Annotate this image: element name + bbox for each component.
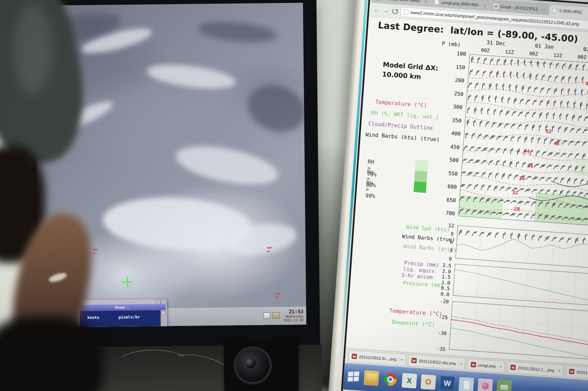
column-header-pixels: pixels/hr xyxy=(118,315,140,320)
download-item[interactable]: 2015123012.1....png ▾ xyxy=(507,361,564,377)
pressure-tick: 450 xyxy=(440,143,460,150)
contour-label: 52 xyxy=(545,128,552,134)
tab-title: Gmail - 2015123012 xyxy=(500,4,541,12)
wind-tick: 0 xyxy=(433,255,452,262)
image-noise xyxy=(35,3,306,327)
download-filename: 2015123012.1....png xyxy=(518,366,554,372)
back-button[interactable]: ← xyxy=(373,6,380,13)
pressure-axis-label: P (mb) xyxy=(442,40,461,48)
printer-icon[interactable] xyxy=(263,312,270,319)
contour-label: 28 xyxy=(514,206,520,212)
file-explorer-icon[interactable] xyxy=(364,370,379,386)
dialog-scrollbar[interactable] xyxy=(160,310,166,326)
download-file-icon xyxy=(511,365,516,370)
upper-panel-plot: 445252484440363228 xyxy=(458,54,588,226)
download-file-icon xyxy=(471,362,476,367)
contour-label: 48 xyxy=(553,140,560,146)
dialog-frame-top: □ × xyxy=(79,299,167,305)
contour-label: 44 xyxy=(585,81,588,87)
rh-legend-swatch xyxy=(413,181,426,193)
forward-button[interactable]: → xyxy=(382,7,389,14)
temperature-panel-plot xyxy=(449,301,588,360)
model-grid-label: Model Grid ΔX: xyxy=(383,61,438,72)
notes-icon[interactable] xyxy=(273,312,279,319)
clock-time: 21:53 xyxy=(284,309,303,315)
download-file-icon xyxy=(411,358,417,363)
chrome-icon[interactable] xyxy=(383,372,398,387)
right-monitor: Antarctic WRF Mesc × unngl.png (900×900 … xyxy=(326,0,588,391)
photos-icon[interactable] xyxy=(496,380,512,391)
station-marker: + xyxy=(93,249,98,255)
date-label: 01 Jan xyxy=(535,43,554,50)
chevron-down-icon[interactable]: ▾ xyxy=(497,365,502,369)
tab-title: 0 (900×900) xyxy=(559,8,588,16)
temp-tick: -25 xyxy=(429,313,448,320)
tab-close-icon[interactable]: × xyxy=(484,3,486,8)
page-icon xyxy=(404,9,408,15)
temp-tick: -20 xyxy=(430,298,449,304)
meteogram-page: Last Degree: lat/lon = (-89.00, -45.00) … xyxy=(346,17,588,365)
chevron-down-icon[interactable]: ▾ xyxy=(398,358,403,362)
pressure-tick: 300 xyxy=(443,103,462,110)
wind-tick: 6 xyxy=(434,238,453,245)
precip-panel-plot xyxy=(453,264,588,306)
download-file-icon xyxy=(569,369,575,374)
clock: 21:53 Wednesday 2015-12-30 xyxy=(284,309,304,322)
download-item[interactable]: 2015123012.vbc.png ▾ xyxy=(408,354,466,370)
rh-legend-row: RH > 70% xyxy=(367,156,368,167)
close-icon[interactable]: × xyxy=(161,299,166,304)
hour-label: 12Z xyxy=(505,49,514,55)
legend-rh: RH (%, WRT liq. wat.) xyxy=(371,110,439,121)
chevron-down-icon[interactable]: ▾ xyxy=(458,362,462,366)
pressure-tick: 550 xyxy=(438,169,458,177)
download-item[interactable]: unngl.png ▾ xyxy=(467,358,505,373)
reload-button[interactable] xyxy=(392,8,398,14)
station-marker: + xyxy=(267,247,272,254)
pressure-tick: 350 xyxy=(442,116,462,124)
tab-close-icon[interactable]: × xyxy=(543,7,545,12)
crosshair-marker xyxy=(122,276,132,287)
excel-icon[interactable]: X xyxy=(402,373,417,389)
browser-window: Antarctic WRF Mesc × unngl.png (900×900 … xyxy=(341,0,588,391)
contour-label: 44 xyxy=(524,148,530,154)
chevron-down-icon[interactable]: ▾ xyxy=(556,369,560,372)
tab-favicon xyxy=(552,8,558,13)
paint-icon[interactable] xyxy=(477,378,493,391)
tab-favicon xyxy=(434,0,439,4)
temp-tick: -30 xyxy=(428,329,447,336)
pressure-tick: 150 xyxy=(445,63,465,71)
download-filename: unngl.png xyxy=(478,363,496,368)
maximize-icon[interactable]: □ xyxy=(156,299,160,304)
pressure-tick: 500 xyxy=(439,156,459,164)
model-grid-value: 10.000 km xyxy=(382,70,421,81)
rh-legend-label: RH > 90% xyxy=(365,180,376,199)
column-header-knots: knots xyxy=(87,315,99,320)
windows-start-icon[interactable] xyxy=(348,372,360,382)
pressure-tick: 600 xyxy=(437,183,457,190)
word-icon[interactable]: W xyxy=(440,376,455,391)
tab-title: unngl.png (900×900 xyxy=(441,0,482,8)
pressure-tick: 650 xyxy=(437,196,456,203)
precip-tick: 0.0 xyxy=(431,290,450,297)
camera-lens xyxy=(234,346,272,384)
contour-label: 36 xyxy=(519,175,525,181)
temp-tick: -35 xyxy=(427,345,446,352)
outlook-icon[interactable]: O xyxy=(421,374,436,390)
camera-viewfinder xyxy=(248,332,273,340)
right-monitor-screen: Antarctic WRF Mesc × unngl.png (900×900 … xyxy=(339,0,588,391)
rh-shading-legend: RH > 70% RH > 80% RH > 90% xyxy=(366,156,368,189)
download-item[interactable]: 2015123012.th....png ▾ xyxy=(348,350,406,365)
pressure-tick: 100 xyxy=(447,50,466,57)
document-icon[interactable] xyxy=(459,377,474,391)
hour-label: 00Z xyxy=(481,47,490,53)
satellite-image-screen: + + + 21:53 Wednesday 2015-12-30 □ × Pri… xyxy=(35,3,306,327)
print-dialog[interactable]: □ × Print ... knots pixels/hr xyxy=(78,298,167,327)
dslr-camera xyxy=(224,337,298,391)
download-filename: 2015123012.1....png xyxy=(576,370,588,376)
pressure-tick: 250 xyxy=(444,90,463,97)
tab-close-icon[interactable]: × xyxy=(425,0,428,4)
contour-label: 40 xyxy=(527,163,533,169)
legend-cloud-precip: Cloud/Precip Outline xyxy=(368,120,433,131)
left-monitor: + + + 21:53 Wednesday 2015-12-30 □ × Pri… xyxy=(29,0,320,352)
hour-label: 00Z xyxy=(529,51,538,57)
